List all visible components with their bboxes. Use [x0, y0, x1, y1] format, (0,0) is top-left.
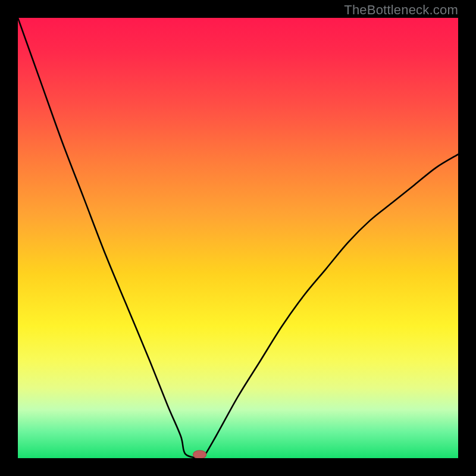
- watermark-text: TheBottleneck.com: [344, 2, 458, 18]
- bottleneck-curve: [18, 18, 458, 458]
- plot-area: [18, 18, 458, 458]
- optimal-point-marker: [193, 450, 206, 458]
- chart-frame: TheBottleneck.com: [0, 0, 476, 476]
- chart-svg: [18, 18, 458, 458]
